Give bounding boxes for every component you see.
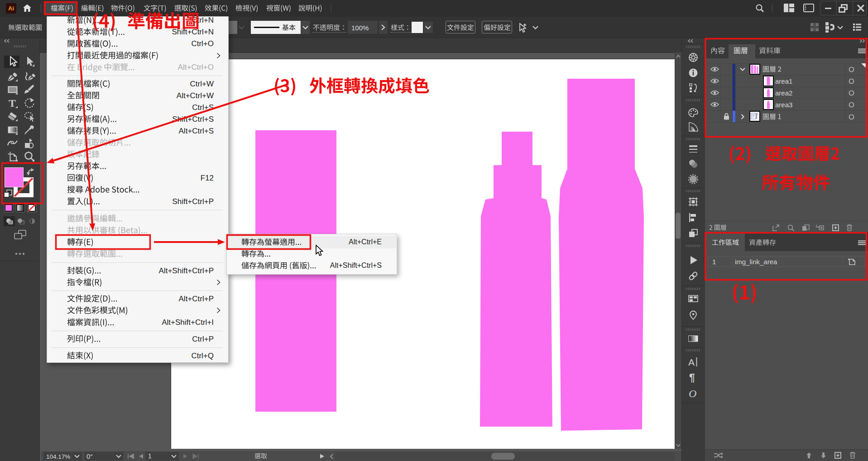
svg-text:T: T: [9, 98, 16, 109]
svg-text:A: A: [688, 357, 695, 367]
svg-text:¶: ¶: [689, 372, 695, 383]
svg-text:O: O: [689, 388, 696, 399]
